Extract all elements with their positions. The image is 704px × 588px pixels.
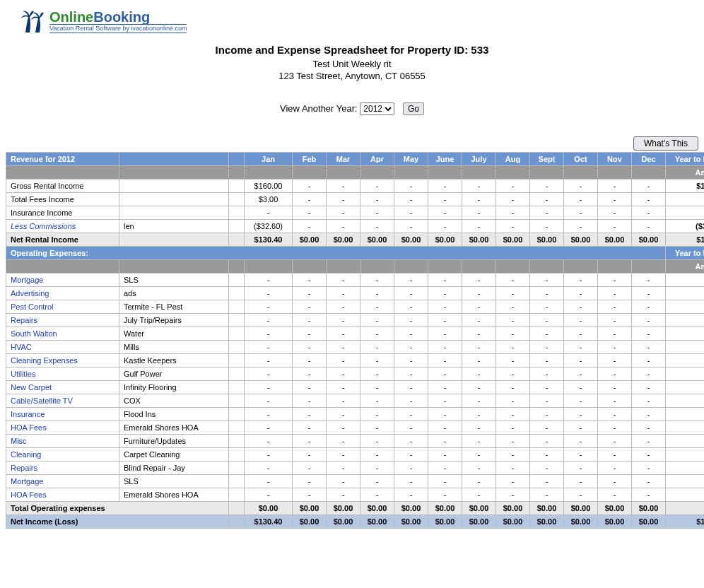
exp-desc-1: ads (119, 287, 229, 300)
month-apr: Apr (360, 153, 394, 166)
net-income-11: $0.00 (632, 515, 666, 529)
revenue-cat-0: Gross Rental Income (6, 180, 119, 193)
exp-11-8: - (530, 421, 564, 435)
rev-0-11: - (632, 180, 666, 193)
exp-5-7: - (496, 341, 530, 354)
exp-4-4: - (394, 327, 428, 341)
exp-1-4: - (394, 287, 428, 300)
exp-cat-11[interactable]: HOA Fees (6, 421, 119, 435)
exp-cat-3[interactable]: Repairs (6, 314, 119, 327)
exp-cat-2[interactable]: Pest Control (6, 300, 119, 314)
exp-14-10: - (598, 461, 632, 475)
whats-this-button[interactable]: What's This (633, 136, 698, 151)
exp-0-10: - (598, 274, 632, 287)
blank (632, 260, 666, 274)
exp-cat-14[interactable]: Repairs (6, 461, 119, 475)
exp-3-0: - (245, 314, 293, 327)
exp-cat-4[interactable]: South Walton (6, 327, 119, 341)
exp-2-0: - (245, 300, 293, 314)
total-op-0: $0.00 (245, 502, 293, 515)
net-rental-7: $0.00 (496, 233, 530, 247)
net-income-2: $0.00 (327, 515, 360, 529)
exp-cat-6[interactable]: Cleaning Expenses (6, 354, 119, 368)
revenue-desc-2 (119, 206, 229, 220)
exp-ytd-9: $0.00 (666, 394, 705, 408)
blank (6, 260, 119, 274)
exp-5-9: - (564, 341, 598, 354)
exp-cat-7[interactable]: Utilities (6, 368, 119, 381)
revenue-cat-3[interactable]: Less Commissions (6, 220, 119, 233)
net-income-1: $0.00 (293, 515, 327, 529)
exp-6-5: - (428, 354, 462, 368)
blank (394, 260, 428, 274)
exp-7-2: - (327, 368, 360, 381)
exp-cat-5[interactable]: HVAC (6, 341, 119, 354)
exp-cat-12[interactable]: Misc (6, 435, 119, 448)
exp-2-5: - (428, 300, 462, 314)
blank (530, 260, 564, 274)
exp-desc-11: Emerald Shores HOA (119, 421, 229, 435)
exp-16-3: - (360, 488, 394, 502)
exp-8-3: - (360, 381, 394, 394)
exp-0-3: - (360, 274, 394, 287)
exp-cat-10[interactable]: Insurance (6, 408, 119, 421)
exp-13-1: - (293, 448, 327, 461)
exp-ytd-13: $0.00 (666, 448, 705, 461)
exp-15-1: - (293, 475, 327, 488)
exp-cat-16[interactable]: HOA Fees (6, 488, 119, 502)
exp-0-8: - (530, 274, 564, 287)
year-label: View Another Year: (280, 103, 358, 114)
exp-ytd-0: $0.00 (666, 274, 705, 287)
exp-16-6: - (462, 488, 496, 502)
rev-2-11: - (632, 206, 666, 220)
exp-13-10: - (598, 448, 632, 461)
exp-desc-7: Gulf Power (119, 368, 229, 381)
exp-8-11: - (632, 381, 666, 394)
exp-5-8: - (530, 341, 564, 354)
exp-3-9: - (564, 314, 598, 327)
total-op-label: Total Operating expenses (6, 502, 229, 515)
net-income-ytd: $130.40 (666, 515, 705, 529)
exp-9-2: - (327, 394, 360, 408)
exp-cat-1[interactable]: Advertising (6, 287, 119, 300)
exp-cat-9[interactable]: Cable/Satellite TV (6, 394, 119, 408)
exp-3-6: - (462, 314, 496, 327)
exp-5-0: - (245, 341, 293, 354)
exp-12-1: - (293, 435, 327, 448)
exp-14-11: - (632, 461, 666, 475)
revenue-header: Revenue for 2012 (6, 153, 119, 166)
exp-cat-15[interactable]: Mortgage (6, 475, 119, 488)
exp-10-6: - (462, 408, 496, 421)
exp-8-7: - (496, 381, 530, 394)
exp-10-4: - (394, 408, 428, 421)
exp-6-8: - (530, 354, 564, 368)
rev-1-10: - (598, 193, 632, 206)
exp-9-11: - (632, 394, 666, 408)
exp-cat-0[interactable]: Mortgage (6, 274, 119, 287)
month-jan: Jan (245, 153, 293, 166)
exp-ytd-3: $0.00 (666, 314, 705, 327)
exp-16-10: - (598, 488, 632, 502)
blank (119, 166, 229, 180)
exp-7-3: - (360, 368, 394, 381)
exp-4-5: - (428, 327, 462, 341)
total-op-10: $0.00 (598, 502, 632, 515)
rev-0-7: - (496, 180, 530, 193)
gap (229, 488, 245, 502)
exp-2-8: - (530, 300, 564, 314)
blank (530, 166, 564, 180)
exp-13-8: - (530, 448, 564, 461)
month-oct: Oct (564, 153, 598, 166)
rev-2-0: - (245, 206, 293, 220)
month-may: May (394, 153, 428, 166)
go-button[interactable]: Go (403, 102, 424, 115)
exp-cat-8[interactable]: New Carpet (6, 381, 119, 394)
blank (496, 166, 530, 180)
brand-online: Online (49, 9, 93, 25)
blank (462, 260, 496, 274)
rev-3-6: - (462, 220, 496, 233)
exp-cat-13[interactable]: Cleaning (6, 448, 119, 461)
rev-2-5: - (428, 206, 462, 220)
year-dropdown[interactable]: 2012 (360, 102, 394, 115)
exp-9-8: - (530, 394, 564, 408)
